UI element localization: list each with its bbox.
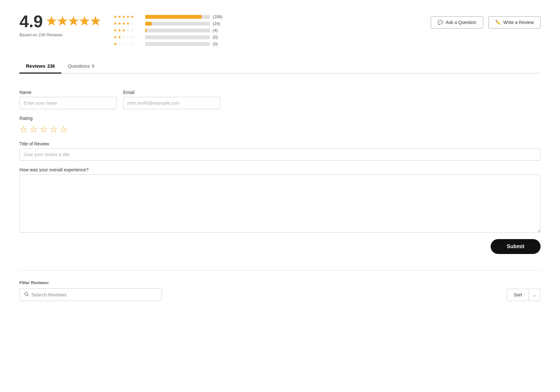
s5: ★ [130,14,134,19]
rating-star-3[interactable]: ☆ [40,124,48,135]
big-stars: ★ ★ ★ ★ ★ [46,16,100,27]
big-rating: 4.9 ★ ★ ★ ★ ★ Based on 236 Reviews [19,13,100,37]
tabs: Reviews 236 Questions 9 [19,59,541,73]
sort-button[interactable]: Sort [507,289,529,301]
title-group: Title of Review [19,141,541,161]
bar-fill-4 [145,22,152,26]
s1: ★ [113,41,117,46]
rating-star-4[interactable]: ☆ [50,124,58,135]
rating-bars: ★ ★ ★ ★ ★ (208) ★ ★ ★ [113,14,224,46]
tab-reviews-label: Reviews [26,63,45,69]
rating-star-2[interactable]: ☆ [29,124,38,135]
big-star-2: ★ [57,16,67,27]
bar-stars-5: ★ ★ ★ ★ ★ [113,14,143,19]
s3: ★ [122,14,126,19]
divider [19,270,541,271]
name-group: Name [19,90,117,109]
s1: ★ [113,21,117,26]
bar-row-2: ★ ★ ☆ ☆ ☆ (0) [113,35,224,40]
big-star-5: ★ [90,16,100,27]
bar-track-2 [145,35,210,39]
s5: ☆ [130,28,134,33]
ask-question-button[interactable]: 💬 Ask a Question [431,16,483,29]
big-score-display: 4.9 ★ ★ ★ ★ ★ [19,13,100,30]
bar-track-3 [145,29,210,32]
body-group: How was your overall experience? [19,167,541,233]
s3: ☆ [122,35,126,40]
s3: ★ [122,28,126,33]
tab-reviews[interactable]: Reviews 236 [19,59,61,74]
name-email-row: Name Email [19,90,541,109]
tabs-section: Reviews 236 Questions 9 [19,59,541,74]
submit-row: Submit [19,239,541,254]
rating-star-5[interactable]: ☆ [60,124,68,135]
review-form: Name Email Rating ☆ ☆ ☆ ☆ ☆ Title of Rev… [19,83,541,260]
score-number: 4.9 [19,13,43,30]
s4: ☆ [126,28,130,33]
s2: ★ [118,21,122,26]
filter-section: Filter Reviews: Sort ⌄ [19,280,541,301]
submit-label: Submit [507,244,524,249]
s2: ★ [118,14,122,19]
big-star-4: ★ [79,16,89,27]
bar-stars-2: ★ ★ ☆ ☆ ☆ [113,35,143,40]
ask-question-icon: 💬 [438,20,443,25]
bar-stars-3: ★ ★ ★ ☆ ☆ [113,28,143,33]
filter-left: Filter Reviews: [19,280,162,301]
email-group: Email [123,90,220,109]
big-star-3: ★ [68,16,78,27]
tab-questions[interactable]: Questions 9 [61,59,100,74]
filter-label: Filter Reviews: [19,280,162,285]
rating-group: Rating ☆ ☆ ☆ ☆ ☆ [19,116,541,135]
ask-question-label: Ask a Question [446,20,476,25]
bar-fill-3 [145,29,146,32]
write-review-icon: ✏️ [495,20,501,25]
name-label: Name [19,90,117,95]
search-reviews-input[interactable] [31,292,157,297]
bar-track-4 [145,22,210,26]
big-star-1: ★ [46,16,56,27]
title-input[interactable] [19,148,541,161]
email-input[interactable] [123,97,220,109]
bar-row-3: ★ ★ ★ ☆ ☆ (4) [113,28,224,33]
search-box [19,288,162,301]
rating-stars: ☆ ☆ ☆ ☆ ☆ [19,124,541,135]
email-label: Email [123,90,220,95]
title-label: Title of Review [19,141,541,146]
write-review-label: Write a Review [503,20,534,25]
sort-chevron-icon[interactable]: ⌄ [529,289,540,301]
sort-box: Sort ⌄ [507,289,541,301]
s3: ★ [122,21,126,26]
sort-label: Sort [514,292,522,297]
rating-label: Rating [19,116,541,121]
s2: ☆ [118,41,122,46]
bar-stars-4: ★ ★ ★ ★ ☆ [113,21,143,26]
tab-reviews-count: 236 [47,63,55,69]
write-review-button[interactable]: ✏️ Write a Review [488,16,541,29]
bar-row-4: ★ ★ ★ ★ ☆ (24) [113,21,224,26]
body-textarea[interactable] [19,174,541,233]
s3: ☆ [122,41,126,46]
bar-stars-1: ★ ☆ ☆ ☆ ☆ [113,41,143,46]
bar-track-5 [145,15,210,19]
bar-row-5: ★ ★ ★ ★ ★ (208) [113,14,224,19]
top-section: 4.9 ★ ★ ★ ★ ★ Based on 236 Reviews ★ [19,13,541,46]
action-buttons: 💬 Ask a Question ✏️ Write a Review [431,16,541,29]
bar-count-1: (0) [213,41,224,46]
bar-count-5: (208) [213,14,224,19]
s2: ★ [118,28,122,33]
name-input[interactable] [19,97,117,109]
tab-questions-count: 9 [92,63,94,69]
submit-button[interactable]: Submit [491,239,541,254]
s4: ☆ [126,35,130,40]
rating-star-1[interactable]: ☆ [19,124,28,135]
s1: ★ [113,28,117,33]
based-on-text: Based on 236 Reviews [19,32,63,37]
rating-summary: 4.9 ★ ★ ★ ★ ★ Based on 236 Reviews ★ [19,13,224,46]
s1: ★ [113,35,117,40]
s4: ★ [126,21,130,26]
bar-row-1: ★ ☆ ☆ ☆ ☆ (0) [113,41,224,46]
bar-count-3: (4) [213,28,224,33]
s5: ☆ [130,21,134,26]
body-label: How was your overall experience? [19,167,541,172]
